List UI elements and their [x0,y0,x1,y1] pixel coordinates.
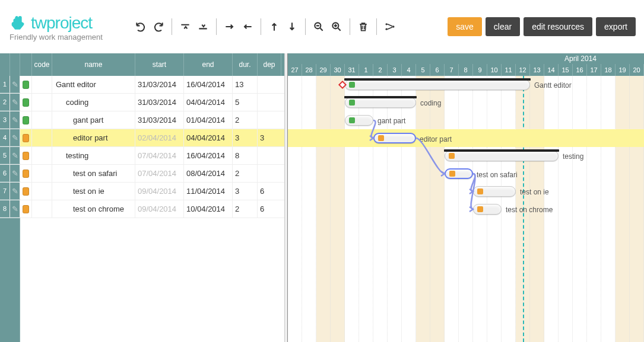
start-cell[interactable]: 31/03/2014 [135,76,184,93]
dep-cell[interactable]: 3 [258,129,281,146]
clear-button[interactable]: clear [486,17,520,36]
code-cell[interactable] [32,200,52,218]
dep-cell[interactable] [258,94,281,111]
dur-cell[interactable]: 2 [233,165,258,182]
end-cell[interactable]: 10/04/2014 [184,200,233,218]
table-row[interactable]: 5 ✎ testing 07/04/2014 16/04/2014 8 [0,147,284,165]
gantt-bar[interactable]: testing [445,151,559,161]
dep-cell[interactable] [258,111,281,129]
table-row[interactable]: 2 ✎ coding 31/03/2014 04/04/2014 5 [0,94,284,111]
edit-resources-button[interactable]: edit resources [524,17,592,36]
code-cell[interactable] [32,183,52,200]
dur-cell[interactable]: 2 [233,200,258,218]
edit-icon[interactable]: ✎ [10,94,20,111]
zoom-in-icon[interactable] [328,18,345,35]
dep-cell[interactable]: 6 [258,183,281,200]
code-cell[interactable] [32,129,52,146]
insert-below-icon[interactable] [195,18,211,35]
start-cell[interactable]: 09/04/2014 [135,183,184,200]
name-cell[interactable]: Gantt editor [52,76,135,93]
gantt-body[interactable]: Gantt editorcodinggant parteditor partte… [288,76,644,342]
name-cell[interactable]: test on safari [52,165,135,182]
edit-icon[interactable]: ✎ [10,165,20,182]
start-cell[interactable]: 09/04/2014 [135,200,184,218]
move-down-icon[interactable] [284,18,300,35]
status-cell[interactable] [20,76,32,93]
table-row[interactable]: 8 ✎ test on chrome 09/04/2014 10/04/2014… [0,200,284,218]
gantt-bar[interactable]: editor part [373,133,416,143]
dur-cell[interactable]: 2 [233,111,258,129]
zoom-out-icon[interactable] [310,18,327,35]
start-cell[interactable]: 07/04/2014 [135,147,184,164]
insert-above-icon[interactable] [177,18,193,35]
end-cell[interactable]: 04/04/2014 [184,129,233,146]
gantt-bar[interactable]: Gantt editor [345,79,530,90]
status-cell[interactable] [20,111,32,129]
code-cell[interactable] [32,111,52,129]
table-row[interactable]: 4 ✎ editor part 02/04/2014 04/04/2014 3 … [0,129,284,147]
start-cell[interactable]: 02/04/2014 [135,129,184,146]
end-cell[interactable]: 16/04/2014 [184,147,233,164]
end-cell[interactable]: 04/04/2014 [184,94,233,111]
critical-path-icon[interactable] [382,18,398,35]
code-cell[interactable] [32,165,52,182]
edit-icon[interactable]: ✎ [10,147,20,164]
redo-icon[interactable] [150,18,167,35]
save-button[interactable]: save [448,17,482,36]
delete-icon[interactable] [355,18,372,35]
dep-cell[interactable]: 6 [258,200,281,218]
name-cell[interactable]: coding [52,94,135,111]
edit-icon[interactable]: ✎ [10,76,20,93]
start-cell[interactable]: 07/04/2014 [135,165,184,182]
col-num [0,53,10,76]
name-cell[interactable]: gant part [52,111,135,129]
dep-cell[interactable] [258,76,281,93]
gantt-bar[interactable]: gant part [345,115,373,126]
end-cell[interactable]: 16/04/2014 [184,76,233,93]
status-cell[interactable] [20,147,32,164]
move-up-icon[interactable] [266,18,283,35]
status-cell[interactable] [20,183,32,200]
status-cell[interactable] [20,200,32,218]
code-cell[interactable] [32,76,52,93]
edit-icon[interactable]: ✎ [10,183,20,200]
dur-cell[interactable]: 5 [233,94,258,111]
name-cell[interactable]: editor part [52,129,135,146]
code-cell[interactable] [32,94,52,111]
name-cell[interactable]: test on chrome [52,200,135,218]
dep-cell[interactable] [258,165,281,182]
start-cell[interactable]: 31/03/2014 [135,111,184,129]
dur-cell[interactable]: 13 [233,76,258,93]
indent-icon[interactable] [221,18,238,35]
dur-cell[interactable]: 8 [233,147,258,164]
name-cell[interactable]: test on ie [52,183,135,200]
code-cell[interactable] [32,147,52,164]
table-row[interactable]: 3 ✎ gant part 31/03/2014 01/04/2014 2 [0,111,284,129]
bar-status-dot [477,188,483,194]
undo-icon[interactable] [132,18,149,35]
table-row[interactable]: 7 ✎ test on ie 09/04/2014 11/04/2014 3 6 [0,183,284,200]
status-cell[interactable] [20,165,32,182]
start-cell[interactable]: 31/03/2014 [135,94,184,111]
gantt-bar[interactable]: test on chrome [473,204,502,215]
status-cell[interactable] [20,129,32,146]
export-button[interactable]: export [596,17,636,36]
status-cell[interactable] [20,94,32,111]
gantt-bar[interactable]: coding [345,97,416,108]
logo-row: twproject [8,12,103,34]
dep-cell[interactable] [258,147,281,164]
edit-icon[interactable]: ✎ [10,111,20,129]
table-row[interactable]: 6 ✎ test on safari 07/04/2014 08/04/2014… [0,165,284,183]
edit-icon[interactable]: ✎ [10,129,20,146]
end-cell[interactable]: 08/04/2014 [184,165,233,182]
outdent-icon[interactable] [239,18,256,35]
dur-cell[interactable]: 3 [233,183,258,200]
gantt-bar[interactable]: test on safari [445,168,473,179]
edit-icon[interactable]: ✎ [10,200,20,218]
name-cell[interactable]: testing [52,147,135,164]
gantt-bar[interactable]: test on ie [473,186,516,197]
table-row[interactable]: 1 ✎ Gantt editor 31/03/2014 16/04/2014 1… [0,76,284,94]
dur-cell[interactable]: 3 [233,129,258,146]
end-cell[interactable]: 01/04/2014 [184,111,233,129]
end-cell[interactable]: 11/04/2014 [184,183,233,200]
